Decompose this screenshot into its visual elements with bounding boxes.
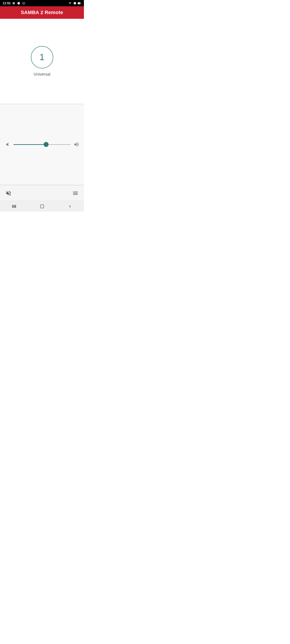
svg-rect-7 [15,205,16,208]
time-display: 11:51 [3,1,11,5]
channel-display-area: 1 Universal [0,19,84,104]
status-bar: 11:51 D [0,0,84,6]
bottom-bar [0,185,84,201]
status-bar-right [68,1,81,5]
back-button[interactable] [66,202,74,210]
svg-rect-3 [78,2,80,4]
svg-rect-6 [14,205,15,208]
channel-circle[interactable]: 1 [31,46,53,68]
settings-icon [12,1,16,5]
dex-icon: D [22,1,26,5]
channel-number: 1 [39,52,44,62]
volume-low-icon [4,141,11,148]
wifi-icon [68,1,72,5]
status-bar-left: 11:51 D [3,1,26,5]
no-disturb-icon [73,1,77,5]
navigation-bar [0,201,84,212]
info-icon [17,1,21,5]
volume-area [0,104,84,185]
volume-slider[interactable] [14,144,71,145]
volume-high-icon [73,141,80,148]
app-header: SAMBA 2 Remote [0,6,84,19]
volume-control [0,141,84,148]
svg-rect-8 [40,204,44,208]
channel-label: Universal [34,72,50,77]
recent-apps-button[interactable] [10,202,18,210]
svg-text:D: D [23,2,24,4]
battery-icon [78,1,81,5]
volume-slider-container[interactable] [14,142,71,147]
mute-button[interactable] [5,189,13,197]
home-button[interactable] [38,202,46,210]
svg-rect-4 [81,3,81,3]
app-title: SAMBA 2 Remote [21,10,63,16]
menu-button[interactable] [71,189,79,197]
svg-rect-5 [12,205,13,208]
